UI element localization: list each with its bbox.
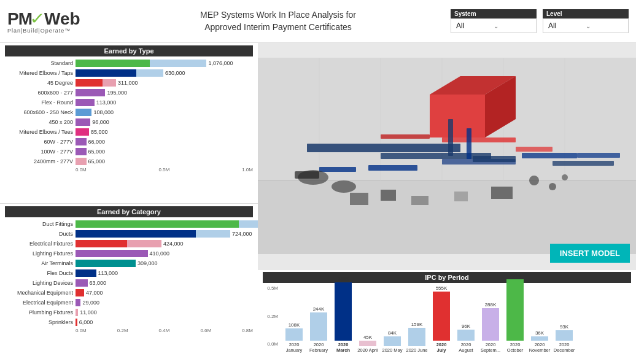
earned-by-category-chart: Duct Fittings935,000Ducts724,000Electric… — [5, 220, 253, 327]
system-select[interactable]: All ⌄ — [451, 18, 537, 33]
cat-bar-row: Sprinklers6,000 — [5, 318, 253, 327]
svg-point-31 — [562, 174, 568, 180]
ipc-bar-rect — [384, 336, 401, 346]
type-bar-label: 600x600 - 277 — [5, 90, 76, 96]
header: PM✓Web Plan|Build|Operate™ MEP Systems W… — [0, 0, 636, 43]
svg-rect-20 — [516, 147, 553, 152]
cat-bar-area: 11,000 — [76, 309, 253, 316]
type-bar-area: 311,000 — [76, 79, 253, 87]
ipc-bar-rect — [457, 330, 475, 341]
cat-bar-area: 6,000 — [76, 319, 253, 326]
ipc-bar-wrapper: 36K2020November — [528, 330, 551, 353]
cat-bar-label: Sprinklers — [5, 319, 76, 325]
ipc-bar-wrapper: 720K2020October — [503, 273, 527, 353]
ipc-bar-period: 2020July — [436, 342, 447, 353]
cat-bar-fill1 — [76, 240, 127, 247]
svg-rect-28 — [491, 187, 513, 199]
main-container: PM✓Web Plan|Build|Operate™ MEP Systems W… — [0, 0, 636, 364]
type-bar-area: 65,000 — [76, 148, 253, 155]
cat-bar-row: Electrical Equipment29,000 — [5, 298, 253, 307]
type-bar-fill1 — [76, 158, 87, 165]
cat-bar-label: Ducts — [5, 231, 76, 237]
type-bar-fill2 — [150, 60, 206, 67]
ipc-bar-wrapper: 648K2020March — [332, 276, 355, 353]
type-bar-label: 60W - 277V — [5, 139, 76, 145]
ipc-bar-period: 2020December — [554, 342, 575, 353]
ipc-y-bot: 0.0M — [267, 341, 278, 347]
cat-bar-value: 63,000 — [90, 280, 107, 286]
cat-bar-row: Mechanical Equipment47,000 — [5, 288, 253, 297]
header-title: MEP Systems Work In Place Analysis for A… — [106, 9, 451, 33]
ipc-bar-rect — [531, 336, 548, 341]
type-bar-row: 100W - 277V65,000 — [5, 147, 253, 156]
earned-by-category-section: Earned by Category Duct Fittings935,000D… — [0, 204, 258, 364]
cat-x-1: 0.2M — [117, 328, 128, 333]
type-x-1: 0.5M — [159, 167, 170, 172]
type-bar-label: Flex - Round — [5, 99, 76, 106]
ipc-bar-rect — [433, 292, 450, 341]
ipc-bar-value: 36K — [535, 330, 544, 336]
svg-rect-19 — [381, 134, 430, 139]
cat-bar-value: 424,000 — [163, 241, 184, 247]
ipc-bar-value: 96K — [462, 323, 470, 329]
type-bar-value: 96,000 — [92, 119, 109, 125]
type-bar-fill1 — [76, 99, 95, 106]
cat-x-2: 0.4M — [159, 328, 170, 333]
type-bar-row: Mitered Elbows / Tees85,000 — [5, 128, 253, 136]
ipc-bar-wrapper: 93K2020December — [553, 324, 576, 353]
logo: PM✓Web — [7, 9, 106, 29]
type-bar-area: 113,000 — [76, 99, 253, 106]
cat-bar-fill1 — [76, 230, 196, 238]
cat-bar-fill2 — [196, 230, 230, 238]
cat-x-0: 0.0M — [76, 328, 87, 333]
type-bar-fill1 — [76, 118, 90, 126]
type-bar-fill2 — [103, 79, 116, 87]
cat-bar-area: 309,000 — [76, 260, 253, 267]
system-label: System — [451, 9, 537, 18]
type-bar-area: 108,000 — [76, 109, 253, 116]
cat-bar-area: 29,000 — [76, 299, 253, 306]
ipc-bar-period: 2020August — [459, 342, 473, 353]
cat-bar-area: 113,000 — [76, 269, 253, 277]
cat-bar-row: Plumbing Fixtures11,000 — [5, 308, 253, 317]
ipc-bar-wrapper: 159K2020 June — [405, 322, 429, 353]
ipc-chart: 0.5M 0.2M 0.0M 108K2020January244K2020Fe… — [263, 285, 631, 359]
type-bar-fill1 — [76, 79, 103, 87]
type-bar-value: 113,000 — [96, 99, 117, 106]
ipc-bar-wrapper: 244K2020February — [307, 306, 330, 353]
ipc-bar-period: 2020February — [309, 342, 328, 353]
cat-bar-row: Lighting Fixtures410,000 — [5, 249, 253, 258]
earned-by-type-title: Earned by Type — [5, 45, 253, 56]
type-bar-area: 195,000 — [76, 89, 253, 96]
model-view: INSERT MODEL — [258, 43, 636, 269]
type-bar-fill1 — [76, 109, 91, 116]
type-bar-fill1 — [76, 89, 105, 96]
system-filter: System All ⌄ — [451, 9, 537, 33]
ipc-bar-wrapper: 84K2020 May — [381, 330, 404, 353]
cat-bar-fill1 — [76, 260, 136, 267]
insert-model-button[interactable]: INSERT MODEL — [550, 244, 630, 263]
ipc-bar-period: 2020 May — [382, 347, 403, 353]
cat-bar-fill1 — [76, 319, 77, 326]
svg-rect-17 — [522, 153, 577, 158]
cat-bar-fill2 — [127, 240, 161, 247]
svg-rect-34 — [448, 119, 453, 156]
ipc-bar-period: 2020 April — [357, 347, 378, 353]
cat-bar-row: Duct Fittings935,000 — [5, 220, 253, 228]
cat-bar-label: Mechanical Equipment — [5, 290, 76, 296]
type-bar-row: 600x600 - 250 Neck108,000 — [5, 108, 253, 117]
cat-bar-label: Flex Ducts — [5, 270, 76, 276]
ipc-bar-wrapper: 555K2020July — [430, 285, 453, 353]
cat-bar-area: 410,000 — [76, 250, 253, 257]
type-bar-value: 85,000 — [91, 129, 108, 135]
svg-rect-23 — [295, 171, 319, 179]
level-select[interactable]: All ⌄ — [543, 18, 629, 33]
cat-bar-label: Electrical Fixtures — [5, 241, 76, 247]
ipc-section: IPC by Period 0.5M 0.2M 0.0M 108K2020Jan… — [258, 269, 636, 364]
cat-x-axis: 0.0M 0.2M 0.4M 0.6M 0.8M — [5, 328, 253, 333]
type-bar-area: 630,000 — [76, 69, 253, 77]
cat-bar-fill2 — [239, 220, 258, 228]
svg-rect-14 — [319, 167, 356, 172]
type-bar-fill1 — [76, 148, 87, 155]
type-bar-row: Mitered Elbows / Taps630,000 — [5, 69, 253, 77]
